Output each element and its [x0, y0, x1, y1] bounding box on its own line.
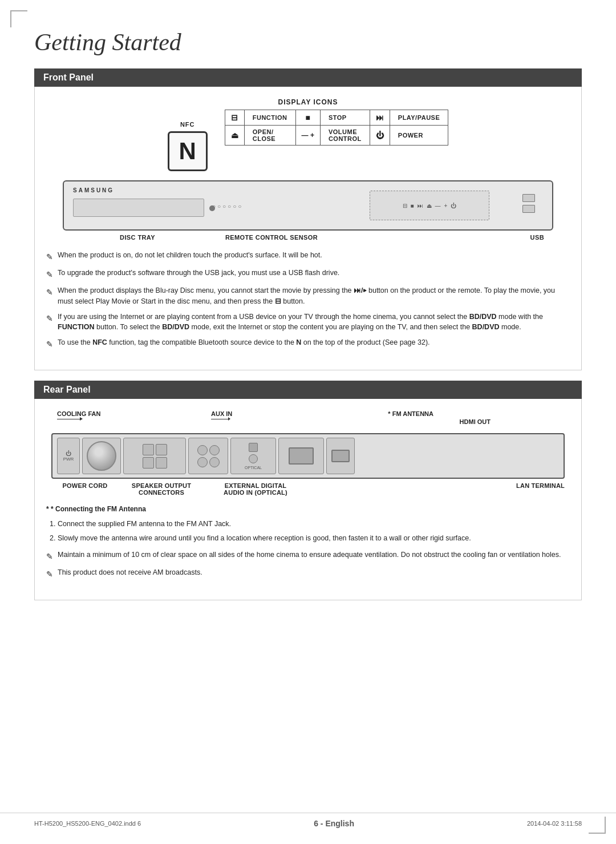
fm-step-1: Connect the supplied FM antenna to the F…: [58, 519, 570, 530]
rear-speaker-output: [123, 438, 186, 474]
function-label: FUNCTION: [244, 110, 295, 126]
playpause-label: PLAY/PAUSE: [390, 110, 448, 126]
cooling-fan-top-label: COOLING FAN: [57, 410, 100, 421]
fan-circle: [87, 441, 116, 471]
playpause-icon-symbol: ⏭: [370, 110, 390, 126]
fm-note-text-2: This product does not receive AM broadca…: [58, 567, 570, 578]
rear-top-labels: COOLING FAN AUX IN * FM ANTENN: [51, 410, 565, 431]
fm-note-icon-2: ✎: [46, 568, 53, 580]
rear-hdmi-area: [278, 438, 324, 474]
corner-decoration-tl: [10, 10, 27, 27]
lan-terminal-label: LAN TERMINAL: [301, 482, 565, 489]
page-suffix: - English: [321, 819, 354, 828]
open-close-label: OPEN/CLOSE: [244, 126, 295, 146]
nfc-area: NFC N: [168, 121, 208, 171]
fm-antenna-top-label: * FM ANTENNA: [388, 410, 433, 417]
usb-ports: [522, 194, 535, 213]
page: Getting Started Front Panel DISPLAY ICON…: [0, 0, 616, 844]
display-area: ⊟■⏭⏏—+⏻: [370, 191, 489, 220]
device-labels-row: DISC TRAY REMOTE CONTROL SENSOR USB: [63, 234, 553, 241]
note-icon-4: ✎: [46, 313, 53, 325]
speaker-output-label: SPEAKER OUTPUTCONNECTORS: [119, 482, 204, 496]
aux-in-top-label: AUX IN: [211, 410, 232, 421]
rear-digital-area: OPTICAL: [230, 438, 276, 474]
display-icons-inside: ⊟■⏭⏏—+⏻: [403, 203, 457, 209]
remote-sensor-dot: [209, 205, 215, 211]
page-number-area: 6 - English: [141, 819, 527, 828]
fm-note-1: ✎ Maintain a minimum of 10 cm of clear s…: [46, 550, 570, 563]
rear-panel-diagram: COOLING FAN AUX IN * FM ANTENN: [51, 410, 565, 496]
usb-label: USB: [329, 234, 553, 241]
usb-port-1: [522, 194, 535, 202]
fm-steps-list: Connect the supplied FM antenna to the F…: [58, 519, 570, 544]
external-digital-label: EXTERNAL DIGITALAUDIO IN (OPTICAL): [210, 482, 301, 496]
front-panel-box: DISPLAY ICONS NFC N ⊟ FUNCTION ■ STOP ⏭ …: [34, 87, 582, 370]
stop-icon-symbol: ■: [295, 110, 320, 126]
note-text-1: When the product is on, do not let child…: [58, 250, 570, 261]
stop-label: STOP: [320, 110, 370, 126]
nfc-icon: N: [168, 131, 208, 171]
note-3: ✎ When the product displays the Blu-ray …: [46, 285, 570, 307]
remote-sensor-label: REMOTE CONTROL SENSOR: [214, 234, 329, 241]
power-icon-symbol: ⏻: [370, 126, 390, 146]
fm-note-2: ✎ This product does not receive AM broad…: [46, 567, 570, 580]
rear-panel-box: COOLING FAN AUX IN * FM ANTENN: [34, 399, 582, 600]
disc-tray-label: DISC TRAY: [72, 234, 203, 241]
front-panel-notes: ✎ When the product is on, do not let chi…: [46, 250, 570, 350]
icons-table-area: ⊟ FUNCTION ■ STOP ⏭ PLAY/PAUSE ⏏ OPEN/CL…: [225, 110, 449, 146]
hdmi-port: [289, 447, 314, 465]
note-2: ✎ To upgrade the product's software thro…: [46, 268, 570, 281]
page-title: Getting Started: [34, 29, 582, 56]
rear-bottom-labels: POWER CORD SPEAKER OUTPUTCONNECTORS EXTE…: [51, 482, 565, 496]
page-footer: HT-H5200_HS5200-ENG_0402.indd 6 6 - Engl…: [0, 813, 616, 828]
display-icons-table: ⊟ FUNCTION ■ STOP ⏭ PLAY/PAUSE ⏏ OPEN/CL…: [225, 110, 449, 146]
note-icon-1: ✎: [46, 251, 53, 263]
rear-power-area: ⏻ PWR: [57, 438, 80, 474]
note-icon-2: ✎: [46, 269, 53, 281]
footer-left: HT-H5200_HS5200-ENG_0402.indd 6: [34, 820, 141, 827]
rear-aux-area: [188, 438, 228, 474]
hdmi-out-top-label: HDMI OUT: [460, 418, 491, 425]
fm-asterisk: *: [46, 505, 51, 513]
fm-note-icon-1: ✎: [46, 551, 53, 563]
rear-panel-header: Rear Panel: [34, 381, 582, 399]
power-label: POWER: [390, 126, 448, 146]
note-1: ✎ When the product is on, do not let chi…: [46, 250, 570, 263]
fm-notes: ✎ Maintain a minimum of 10 cm of clear s…: [46, 550, 570, 580]
fm-antenna-section: * * Connecting the FM Antenna Connect th…: [46, 505, 570, 580]
note-4: ✎ If you are using the Internet or are p…: [46, 312, 570, 333]
disc-tray: [73, 199, 204, 217]
open-close-icon-symbol: ⏏: [225, 126, 244, 146]
device-front-body: SAMSUNG ○○○○○○ ⊟■⏭⏏—+⏻: [63, 180, 553, 231]
lan-port: [331, 450, 350, 462]
note-text-2: To upgrade the product's software throug…: [58, 268, 570, 278]
usb-port-2: [522, 205, 535, 213]
fm-section-title: * * Connecting the FM Antenna: [46, 505, 570, 513]
nfc-label: NFC: [180, 121, 195, 128]
fm-step-2: Slowly move the antenna wire around unti…: [58, 533, 570, 544]
power-cord-label: POWER CORD: [51, 482, 119, 489]
note-icon-5: ✎: [46, 338, 53, 350]
rear-lan-area: [326, 438, 355, 474]
volume-control-symbol: — +: [295, 126, 320, 146]
fm-note-text-1: Maintain a minimum of 10 cm of clear spa…: [58, 550, 570, 560]
note-icon-3: ✎: [46, 286, 53, 298]
front-panel-diagram: DISPLAY SAMSUNG ○○○○○○ ⊟■⏭⏏—+⏻: [63, 180, 553, 241]
rear-fan-area: [82, 438, 121, 474]
note-5: ✎ To use the NFC function, tag the compa…: [46, 337, 570, 350]
note-text-4: If you are using the Internet or are pla…: [58, 312, 570, 333]
note-text-5: To use the NFC function, tag the compati…: [58, 337, 570, 348]
footer-right: 2014-04-02 3:11:58: [527, 820, 582, 827]
dot-display: ○○○○○○: [212, 203, 243, 209]
function-icon-symbol: ⊟: [225, 110, 244, 126]
rear-device-body: ⏻ PWR: [51, 433, 565, 479]
display-icons-label: DISPLAY ICONS: [46, 98, 570, 106]
front-panel-header: Front Panel: [34, 68, 582, 87]
samsung-text: SAMSUNG: [73, 187, 114, 193]
page-number: 6: [314, 819, 318, 828]
volume-control-label: VOLUMECONTROL: [320, 126, 370, 146]
note-text-3: When the product displays the Blu-ray Di…: [58, 285, 570, 307]
